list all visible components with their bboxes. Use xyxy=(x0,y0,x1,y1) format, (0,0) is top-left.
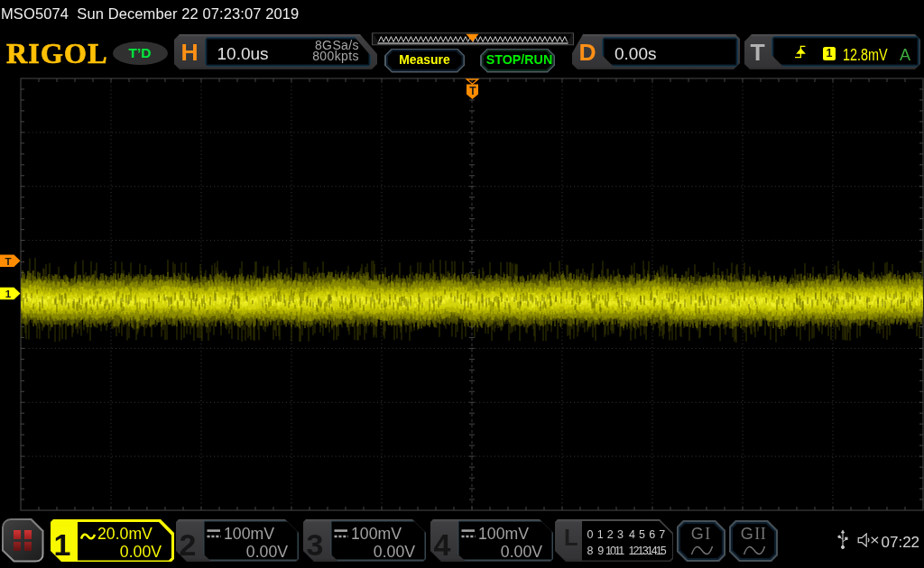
svg-text:T: T xyxy=(5,256,11,267)
svg-text:1: 1 xyxy=(5,289,12,299)
svg-text:T: T xyxy=(469,85,476,97)
